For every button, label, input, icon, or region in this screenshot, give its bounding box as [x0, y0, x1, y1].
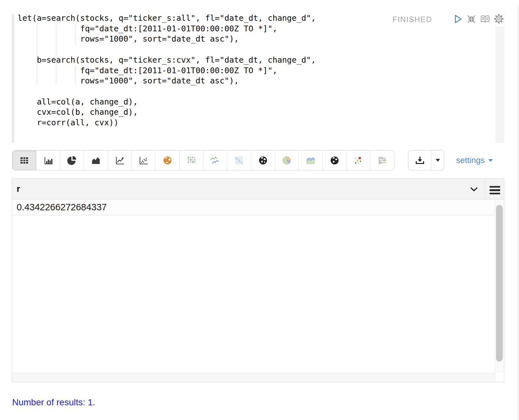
- pie-chart-icon: [66, 155, 77, 166]
- code-text: let(a=search(stocks, q="ticker_s:all", f…: [18, 13, 316, 128]
- code-editor[interactable]: let(a=search(stocks, q="ticker_s:all", f…: [12, 14, 505, 143]
- settings-label: settings: [456, 155, 485, 165]
- editor-gutter-strip: [12, 14, 14, 143]
- scrollbar-corner: [495, 373, 504, 382]
- download-button-group: [408, 150, 444, 170]
- result-column-header[interactable]: r: [12, 178, 484, 199]
- editor-scrollbar-track[interactable]: [495, 27, 504, 143]
- bar-chart-icon: [43, 155, 54, 166]
- chart-type-toolbar: [12, 150, 394, 170]
- chart-button-pie-colored[interactable]: [275, 151, 299, 170]
- chart-button-map-orange[interactable]: [155, 151, 179, 170]
- chart-button-bubble-grid[interactable]: [179, 151, 203, 170]
- download-options-button[interactable]: [431, 151, 444, 170]
- chart-button-area[interactable]: [84, 151, 108, 170]
- chart-button-area-colored[interactable]: [298, 151, 322, 170]
- download-button[interactable]: [408, 151, 431, 170]
- chart-button-bar[interactable]: [36, 151, 60, 170]
- show-editor-button[interactable]: [480, 14, 491, 25]
- heatmap-icon: [234, 155, 244, 166]
- collapse-width-button[interactable]: [466, 14, 477, 25]
- globe-dark2-icon: [329, 155, 340, 166]
- results-count-text: Number of results: 1.: [12, 397, 95, 408]
- chart-button-table[interactable]: [12, 151, 36, 170]
- download-icon: [414, 155, 425, 166]
- table-row: 0.4342266272684337: [12, 199, 504, 215]
- result-table: 0.4342266272684337: [12, 199, 504, 382]
- horizontal-scrollbar-track[interactable]: [12, 373, 504, 382]
- paragraph-status: FINISHED: [392, 15, 432, 24]
- chart-button-line[interactable]: [108, 151, 132, 170]
- sliders-icon: [377, 155, 388, 166]
- bubble-grid-icon: [186, 155, 197, 166]
- scatter-colored-icon: [353, 155, 364, 166]
- chart-button-scatter-colored[interactable]: [346, 151, 370, 170]
- paragraph-settings-button[interactable]: [493, 13, 504, 24]
- table-icon: [19, 155, 30, 166]
- column-header-label: r: [17, 179, 20, 199]
- chart-button-pie[interactable]: [60, 151, 84, 170]
- line-chart-icon: [114, 155, 125, 166]
- book-icon: [480, 14, 491, 25]
- chart-button-multi-line[interactable]: [203, 151, 227, 170]
- chart-button-sliders[interactable]: [370, 151, 394, 170]
- caret-down-icon: [436, 159, 440, 162]
- play-icon: [453, 14, 463, 24]
- chart-button-globe-1[interactable]: [251, 151, 275, 170]
- chevron-down-icon[interactable]: [470, 187, 478, 192]
- area-colored-icon: [305, 155, 316, 166]
- gear-icon: [493, 13, 504, 25]
- compress-icon: [466, 14, 476, 24]
- grid-menu-button[interactable]: [485, 178, 504, 202]
- caret-down-icon: [488, 159, 493, 162]
- multi-line-icon: [210, 155, 221, 166]
- chart-button-heatmap[interactable]: [227, 151, 251, 170]
- chart-button-scatter[interactable]: [131, 151, 155, 170]
- globe-dark-icon: [258, 155, 268, 166]
- scatter-plot-icon: [138, 155, 149, 166]
- vertical-scrollbar-thumb[interactable]: [496, 205, 503, 362]
- area-chart-icon: [90, 155, 101, 166]
- pie-colored-icon: [281, 155, 292, 166]
- globe-orange-icon: [162, 155, 173, 166]
- run-paragraph-button[interactable]: [452, 14, 463, 25]
- settings-link[interactable]: settings: [456, 150, 493, 170]
- chart-button-globe-2[interactable]: [322, 151, 346, 170]
- page-right-border: [504, 3, 518, 420]
